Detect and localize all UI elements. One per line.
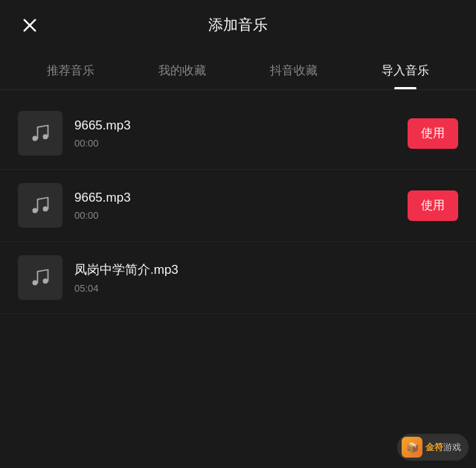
music-note-icon — [30, 267, 51, 288]
tab-import-music[interactable]: 导入音乐 — [376, 56, 435, 89]
music-info: 9665.mp3 00:00 — [74, 118, 396, 149]
header: 添加音乐 — [0, 0, 476, 50]
svg-point-4 — [33, 208, 38, 214]
music-name: 9665.mp3 — [74, 118, 396, 133]
list-item: 9665.mp3 00:00 使用 — [0, 97, 476, 170]
watermark-brand: 金符 — [425, 442, 443, 452]
watermark: 📦 金符游戏 — [397, 434, 469, 461]
music-name: 凤岗中学简介.mp3 — [74, 261, 458, 278]
use-button[interactable]: 使用 — [408, 118, 458, 149]
watermark-text: 金符游戏 — [425, 441, 461, 454]
use-button[interactable]: 使用 — [408, 190, 458, 221]
watermark-icon: 📦 — [402, 437, 422, 458]
music-info: 9665.mp3 00:00 — [74, 190, 396, 221]
music-duration: 00:00 — [74, 210, 396, 221]
music-thumbnail — [18, 183, 62, 228]
music-thumbnail — [18, 111, 62, 156]
svg-point-6 — [33, 281, 38, 286]
svg-point-3 — [43, 134, 48, 139]
tab-my-favorites[interactable]: 我的收藏 — [152, 56, 212, 89]
music-note-icon — [30, 123, 51, 144]
music-note-icon — [30, 195, 51, 216]
music-duration: 00:00 — [74, 138, 396, 149]
page-title: 添加音乐 — [208, 15, 268, 35]
tab-recommended[interactable]: 推荐音乐 — [41, 56, 100, 89]
music-list: 9665.mp3 00:00 使用 9665.mp3 00:00 使用 — [0, 90, 476, 321]
music-info: 凤岗中学简介.mp3 05:04 — [74, 261, 458, 294]
svg-point-7 — [43, 278, 48, 283]
music-duration: 05:04 — [74, 283, 458, 294]
close-button[interactable] — [18, 13, 42, 37]
list-item: 9665.mp3 00:00 使用 — [0, 170, 476, 242]
svg-point-2 — [33, 136, 38, 141]
music-thumbnail — [18, 255, 62, 300]
music-name: 9665.mp3 — [74, 190, 396, 205]
tabs-bar: 推荐音乐 我的收藏 抖音收藏 导入音乐 — [0, 56, 476, 90]
svg-point-5 — [43, 206, 48, 211]
list-item: 凤岗中学简介.mp3 05:04 — [0, 242, 476, 314]
tab-douyin-favorites[interactable]: 抖音收藏 — [264, 56, 324, 89]
